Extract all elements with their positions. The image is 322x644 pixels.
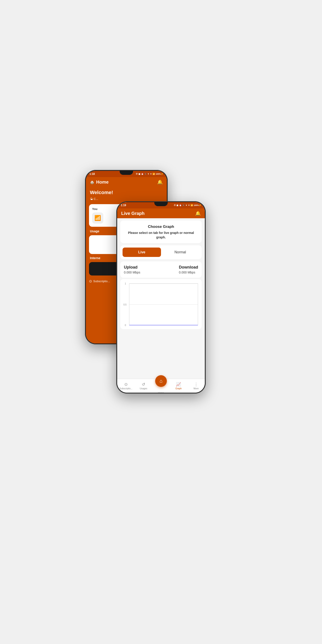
usages-nav-icon: ↺	[142, 382, 145, 387]
nav-home-btn[interactable]: ⌂	[155, 375, 167, 387]
back-page-title: Home	[96, 180, 109, 185]
nav-graph-label: Graph	[176, 387, 182, 390]
download-section: Download 0.000 Mbps	[179, 265, 198, 274]
wifi-icon: 📶	[92, 212, 103, 224]
front-app-header: Live Graph 🔔	[117, 208, 205, 218]
back-status-time: 1:18	[90, 172, 95, 176]
nav-home[interactable]: ⌂ Home	[152, 375, 170, 393]
front-status-bar: 1:19 ⏱ ▣ ⏰ 🔕 ▼ ✕ 📶 100%⚡	[117, 202, 205, 208]
chart-area: 1 0.5 0	[122, 282, 200, 327]
tab-live[interactable]: Live	[122, 248, 161, 257]
svg-text:0: 0	[125, 324, 126, 326]
home-icon: 🏠	[90, 180, 94, 184]
front-bell-icon[interactable]: 🔔	[195, 211, 201, 216]
nav-graph[interactable]: 📈 Graph	[170, 382, 187, 390]
upload-label: Upload	[124, 265, 140, 270]
graph-nav-icon: 📈	[176, 382, 181, 387]
subscription-icon: ⊙	[89, 279, 92, 283]
choose-graph-desc: Please select on tab for live graph or n…	[124, 231, 198, 240]
back-app-header: 🏠 Home 🔔	[86, 177, 167, 187]
choose-graph-card: Choose Graph Please select on tab for li…	[120, 220, 202, 243]
download-value: 0.000 Mbps	[179, 270, 198, 274]
svg-text:0.5: 0.5	[124, 304, 126, 306]
nav-usages[interactable]: ↺ Usages	[134, 382, 152, 390]
nav-more[interactable]: ⋮ More	[188, 382, 205, 390]
chart-card: 1 0.5 0	[120, 279, 202, 329]
chart-svg: 1 0.5 0	[122, 282, 200, 327]
tab-container: Live Normal	[120, 245, 202, 259]
nav-usages-label: Usages	[140, 387, 147, 390]
bottom-nav: ⊙ Subscriptio... ↺ Usages ⌂ Home �	[117, 379, 205, 393]
back-status-icons: ⏱ ▣ ⏰ 🔕 ▼ ✕ 📶 100%⚡	[136, 173, 163, 175]
front-status-time: 1:19	[121, 204, 126, 207]
nav-home-label: Home	[158, 392, 164, 393]
upload-section: Upload 0.000 Mbps	[124, 265, 140, 274]
nav-more-label: More	[194, 387, 198, 390]
speed-card: Upload 0.000 Mbps Download 0.000 Mbps	[120, 262, 202, 278]
back-welcome: Welcome!	[86, 187, 167, 197]
back-status-bar: 1:18 ⏱ ▣ ⏰ 🔕 ▼ ✕ 📶 100%⚡	[86, 171, 167, 177]
more-nav-icon: ⋮	[194, 382, 198, 387]
front-page-title: Live Graph	[121, 211, 144, 216]
front-status-icons: ⏱ ▣ ⏰ 🔕 ▼ ✕ 📶 100%⚡	[174, 204, 201, 206]
svg-text:1: 1	[125, 282, 126, 285]
subscription-nav-icon: ⊙	[124, 382, 128, 387]
choose-graph-title: Choose Graph	[124, 224, 198, 229]
front-phone: 1:19 ⏱ ▣ ⏰ 🔕 ▼ ✕ 📶 100%⚡ Live	[116, 201, 206, 394]
home-nav-icon: ⌂	[160, 378, 162, 384]
nav-subscription[interactable]: ⊙ Subscriptio...	[117, 382, 134, 390]
tab-normal[interactable]: Normal	[161, 248, 200, 257]
back-bell-icon[interactable]: 🔔	[157, 179, 163, 185]
scene: 1:18 ⏱ ▣ ⏰ 🔕 ▼ ✕ 📶 100%⚡ 🏠	[80, 161, 242, 483]
nav-subscription-label: Subscriptio...	[120, 387, 132, 390]
download-label: Download	[179, 265, 198, 270]
svg-rect-6	[129, 284, 198, 325]
upload-value: 0.000 Mbps	[124, 270, 140, 274]
